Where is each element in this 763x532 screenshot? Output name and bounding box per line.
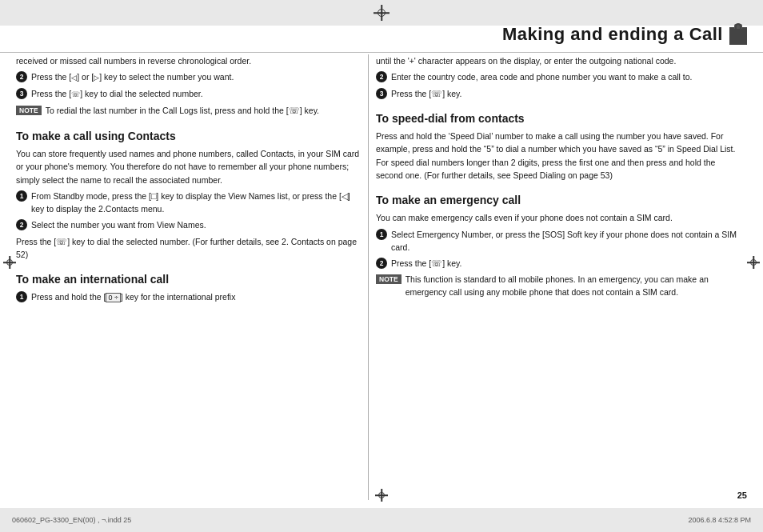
speed-dial-body: Press and hold the ‘Speed Dial’ number t… <box>376 130 744 182</box>
emergency-body: You can make emergency calls even if you… <box>376 211 744 224</box>
right-intro-text: until the '+' character appears on the d… <box>376 54 744 67</box>
top-gray-bar <box>0 0 763 26</box>
item-number: 2 <box>16 71 27 82</box>
note-label: NOTE <box>376 274 401 284</box>
left-intro-text: received or missed call numbers in rever… <box>16 54 360 67</box>
section-contacts-body: You can store frequently used names and … <box>16 147 360 186</box>
item-number: 2 <box>16 219 27 230</box>
page-number: 25 <box>737 490 747 500</box>
item-text: Select Emergency Number, or press the [S… <box>391 228 744 254</box>
item-text: From Standby mode, press the [□] key to … <box>31 190 360 216</box>
contacts-cont-text: Press the [☏] key to dial the selected n… <box>16 235 360 262</box>
item-number: 3 <box>376 88 387 99</box>
note-text: This function is standard to all mobile … <box>405 274 744 299</box>
right-crosshair-icon <box>747 256 760 269</box>
section-heading-international: To make an international call <box>16 272 360 286</box>
lock-icon <box>729 27 747 45</box>
bottom-right-text: 2006.6.8 4:52:8 PM <box>688 516 751 524</box>
item-number: 1 <box>376 229 387 240</box>
list-item: 1 Press and hold the [0 ÷] key for the i… <box>16 290 360 304</box>
list-item: 2 Enter the country code, area code and … <box>376 70 744 83</box>
content-divider <box>0 52 763 53</box>
column-divider <box>368 54 369 500</box>
bottom-bar: 060602_PG-3300_EN(00) , ¬.indd 25 2006.6… <box>0 508 763 532</box>
item-text: Select the number you want from View Nam… <box>31 218 206 231</box>
note-box-2: NOTE This function is standard to all mo… <box>376 274 744 299</box>
page-title: Making and ending a Call <box>502 24 723 45</box>
section-heading-speed-dial: To speed‑dial from contacts <box>376 111 744 126</box>
item-text: Press and hold the [0 ÷] key for the int… <box>31 290 235 304</box>
top-crosshair-icon <box>374 5 389 21</box>
note-text: To redial the last number in the Call Lo… <box>46 105 319 118</box>
crosshair-circle <box>378 9 385 17</box>
section-heading-emergency: To make an emergency call <box>376 193 744 207</box>
list-item: 2 Select the number you want from View N… <box>16 218 360 231</box>
left-crosshair-icon <box>3 256 16 269</box>
item-number: 3 <box>16 88 27 99</box>
note-box: NOTE To redial the last number in the Ca… <box>16 105 360 118</box>
left-column: received or missed call numbers in rever… <box>16 54 360 500</box>
bottom-left-text: 060602_PG-3300_EN(00) , ¬.indd 25 <box>12 516 131 524</box>
item-number: 2 <box>376 258 387 269</box>
note-label: NOTE <box>16 106 42 115</box>
item-number: 1 <box>16 291 27 302</box>
section-heading-contacts: To make a call using Contacts <box>16 129 360 143</box>
item-text: Press the [☏] key. <box>391 257 462 270</box>
list-item: 2 Press the [◁] or [▷] key to select the… <box>16 70 360 84</box>
item-number: 1 <box>16 190 27 202</box>
list-item: 3 Press the [☏] key to dial the selected… <box>16 87 360 101</box>
list-item: 3 Press the [☏] key. <box>376 87 744 100</box>
item-text: Press the [☏] key. <box>391 87 462 100</box>
list-item: 2 Press the [☏] key. <box>376 257 744 270</box>
item-text: Press the [◁] or [▷] key to select the n… <box>31 70 234 84</box>
right-column: until the '+' character appears on the d… <box>376 54 744 500</box>
item-number: 2 <box>376 71 387 82</box>
page-container: Making and ending a Call received or mis… <box>0 0 763 532</box>
list-item: 1 Select Emergency Number, or press the … <box>376 228 744 254</box>
page-title-bar: Making and ending a Call <box>379 24 763 45</box>
item-text: Enter the country code, area code and ph… <box>391 70 692 83</box>
list-item: 1 From Standby mode, press the [□] key t… <box>16 190 360 216</box>
item-text: Press the [☏] key to dial the selected n… <box>31 87 203 101</box>
